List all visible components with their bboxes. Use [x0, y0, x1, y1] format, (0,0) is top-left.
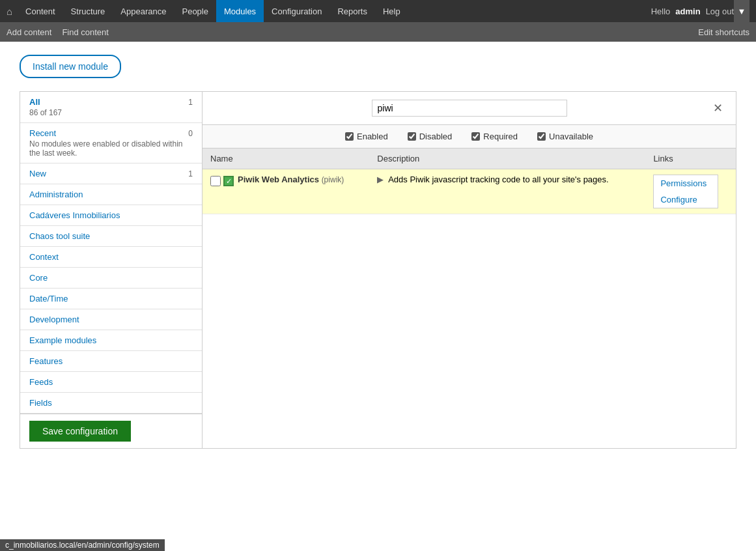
sidebar-item-fields[interactable]: Fields — [20, 393, 202, 414]
shortcuts-bar: Add content Find content Edit shortcuts — [0, 22, 756, 42]
sidebar-feeds-label: Feeds — [29, 377, 53, 387]
save-configuration-button[interactable]: Save configuration — [29, 421, 131, 442]
legend-unavailable-label: Unavailable — [549, 132, 593, 141]
legend-bar: Enabled Disabled Required Unavailable — [203, 125, 736, 148]
sidebar-recent-count: 0 — [188, 129, 193, 138]
sidebar-item-administration[interactable]: Administration — [20, 184, 202, 205]
sidebar-chaos-label: Chaos tool suite — [29, 231, 90, 241]
hello-text: Hello — [651, 7, 671, 16]
module-name-cell: ✓ Piwik Web Analytics (piwik) — [203, 169, 369, 214]
sidebar-item-core[interactable]: Core — [20, 268, 202, 289]
save-config-bar: Save configuration — [20, 414, 202, 448]
nav-items: Content Structure Appearance People Modu… — [18, 0, 651, 22]
sidebar-item-cadaveres[interactable]: Cadáveres Inmobiliarios — [20, 205, 202, 226]
sidebar-item-feeds[interactable]: Feeds — [20, 372, 202, 393]
nav-reports[interactable]: Reports — [329, 0, 375, 22]
module-sidebar: All 1 86 of 167 Recent 0 No modules were… — [20, 92, 203, 448]
legend-required-label: Required — [483, 132, 518, 141]
sidebar-new-label: New — [29, 169, 46, 178]
search-bar: ✕ — [203, 92, 736, 125]
sidebar-item-features[interactable]: Features — [20, 351, 202, 372]
legend-unavailable-checkbox[interactable] — [537, 132, 546, 141]
module-panel: ✕ Enabled Disabled Required Una — [203, 92, 736, 448]
module-description-cell: ▶ Adds Piwik javascript tracking code to… — [369, 169, 645, 214]
sidebar-fields-label: Fields — [29, 398, 52, 408]
legend-unavailable[interactable]: Unavailable — [537, 132, 593, 141]
sidebar-item-all[interactable]: All 1 86 of 167 — [20, 92, 202, 123]
table-header-row: Name Description Links — [203, 148, 736, 169]
legend-enabled[interactable]: Enabled — [345, 132, 388, 141]
links-dropdown: Permissions Configure — [653, 175, 718, 208]
sidebar-item-context[interactable]: Context — [20, 247, 202, 268]
sidebar-core-label: Core — [29, 273, 48, 283]
col-name: Name — [203, 148, 369, 169]
admin-name: admin — [675, 7, 700, 16]
sidebar-item-development[interactable]: Development — [20, 309, 202, 330]
sidebar-development-label: Development — [29, 315, 79, 324]
shortcut-links: Add content Find content — [7, 27, 109, 37]
sidebar-all-count: 1 — [188, 98, 193, 107]
main-content: Install new module All 1 86 of 167 Recen… — [0, 42, 756, 462]
description-arrow-icon: ▶ — [377, 175, 384, 184]
logout-link[interactable]: Log out — [706, 7, 734, 16]
legend-required[interactable]: Required — [471, 132, 518, 141]
sidebar-cadaveres-label: Cadáveres Inmobiliarios — [29, 210, 120, 220]
sidebar-item-datetime[interactable]: Date/Time — [20, 289, 202, 309]
sidebar-features-label: Features — [29, 356, 63, 366]
home-icon[interactable]: ⌂ — [7, 6, 12, 17]
nav-people[interactable]: People — [174, 0, 216, 22]
sidebar-new-count: 1 — [188, 169, 193, 178]
sidebar-example-label: Example modules — [29, 335, 96, 345]
sidebar-all-sub: 86 of 167 — [29, 108, 193, 117]
nav-structure[interactable]: Structure — [63, 0, 113, 22]
legend-disabled-label: Disabled — [419, 132, 453, 141]
module-key-label: (piwik) — [322, 175, 344, 184]
links-dropdown-container: Permissions Configure — [653, 175, 728, 208]
configure-link[interactable]: Configure — [654, 191, 718, 208]
legend-disabled-checkbox[interactable] — [408, 132, 416, 141]
sidebar-recent-label: Recent — [29, 128, 56, 138]
module-container: All 1 86 of 167 Recent 0 No modules were… — [20, 91, 736, 449]
module-disabled-checkbox[interactable] — [210, 176, 221, 186]
legend-required-checkbox[interactable] — [471, 132, 480, 141]
legend-enabled-label: Enabled — [357, 132, 388, 141]
sidebar-admin-label: Administration — [29, 190, 83, 199]
nav-content[interactable]: Content — [18, 0, 63, 22]
nav-dropdown-arrow[interactable]: ▼ — [734, 0, 749, 22]
legend-enabled-checkbox[interactable] — [345, 132, 354, 141]
nav-appearance[interactable]: Appearance — [113, 0, 174, 22]
module-enabled-checkbox[interactable]: ✓ — [223, 176, 234, 186]
nav-modules[interactable]: Modules — [216, 0, 264, 22]
module-name-label: Piwik Web Analytics — [238, 175, 319, 184]
sidebar-context-label: Context — [29, 252, 59, 262]
find-content-link[interactable]: Find content — [62, 27, 109, 37]
nav-help[interactable]: Help — [375, 0, 408, 22]
legend-disabled[interactable]: Disabled — [408, 132, 453, 141]
nav-configuration[interactable]: Configuration — [264, 0, 329, 22]
install-module-button[interactable]: Install new module — [20, 55, 121, 78]
sidebar-item-example[interactable]: Example modules — [20, 330, 202, 351]
top-navigation: ⌂ Content Structure Appearance People Mo… — [0, 0, 756, 22]
sidebar-all-label: All — [29, 97, 40, 107]
col-links: Links — [645, 148, 736, 169]
col-description: Description — [369, 148, 645, 169]
sidebar-item-recent[interactable]: Recent 0 No modules were enabled or disa… — [20, 123, 202, 163]
close-search-button[interactable]: ✕ — [713, 102, 723, 114]
module-table: Name Description Links ✓ — [203, 148, 736, 214]
edit-shortcuts-link[interactable]: Edit shortcuts — [698, 27, 749, 37]
search-input[interactable] — [372, 100, 567, 117]
sidebar-item-new[interactable]: New 1 — [20, 163, 202, 184]
user-section: Hello admin Log out — [651, 7, 734, 16]
permissions-link[interactable]: Permissions — [654, 175, 718, 191]
sidebar-datetime-label: Date/Time — [29, 294, 68, 304]
table-row: ✓ Piwik Web Analytics (piwik) ▶ Adds Piw… — [203, 169, 736, 214]
module-checkboxes: ✓ — [210, 176, 234, 186]
module-description-text: Adds Piwik javascript tracking code to a… — [388, 175, 608, 184]
module-title: Piwik Web Analytics (piwik) — [238, 175, 344, 184]
add-content-link[interactable]: Add content — [7, 27, 51, 37]
sidebar-item-chaos[interactable]: Chaos tool suite — [20, 226, 202, 247]
sidebar-recent-sub: No modules were enabled or disabled with… — [29, 139, 193, 158]
module-links-cell: Permissions Configure — [645, 169, 736, 214]
